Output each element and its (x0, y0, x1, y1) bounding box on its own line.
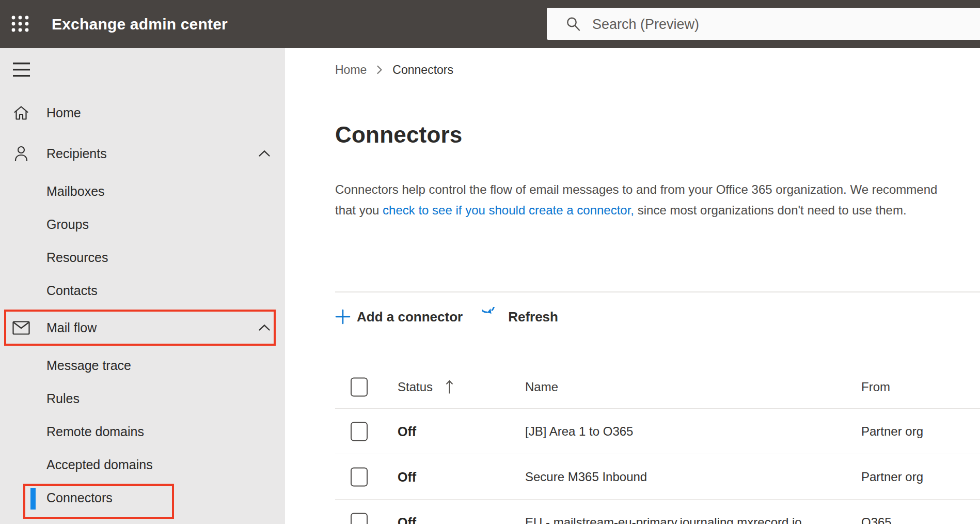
sidebar-item-mail-flow[interactable]: Mail flow (0, 311, 285, 344)
breadcrumb: Home Connectors (335, 59, 453, 80)
chevron-up-icon[interactable] (258, 323, 271, 332)
global-search[interactable] (547, 8, 980, 40)
refresh-icon (482, 307, 502, 327)
create-connector-check-link[interactable]: check to see if you should create a conn… (383, 203, 634, 217)
select-all-checkbox[interactable] (351, 377, 368, 396)
connector-name[interactable]: Secure M365 Inbound (525, 470, 647, 484)
status-value: Off (398, 515, 416, 524)
from-value: Partner org (861, 424, 923, 439)
top-bar: Exchange admin center (0, 0, 980, 48)
sidebar-item-home[interactable]: Home (0, 96, 285, 129)
sidebar-item-groups[interactable]: Groups (0, 208, 285, 241)
main-content: Home Connectors Connectors Connectors he… (285, 48, 980, 524)
column-header-status[interactable]: Status (398, 379, 454, 395)
table-header-row: Status Name From (335, 365, 980, 409)
column-header-from[interactable]: From (861, 380, 890, 394)
row-checkbox[interactable] (351, 513, 368, 524)
waffle-icon (10, 14, 30, 34)
connector-name[interactable]: [JB] Area 1 to O365 (525, 424, 633, 439)
status-value: Off (398, 469, 416, 484)
sidebar-item-resources[interactable]: Resources (0, 241, 285, 274)
sidebar-item-rules[interactable]: Rules (0, 382, 285, 415)
nav-collapse-button[interactable] (13, 62, 30, 79)
connector-name[interactable]: EU - mailstream-eu-primary.journaling.mx… (525, 515, 802, 524)
refresh-button[interactable]: Refresh (482, 307, 558, 327)
table-row[interactable]: Off Secure M365 Inbound Partner org (335, 454, 980, 500)
person-icon (12, 145, 30, 162)
sidebar-item-remote-domains[interactable]: Remote domains (0, 415, 285, 448)
description-text: since most organizations don't need to u… (634, 203, 907, 217)
app-title: Exchange admin center (52, 0, 228, 48)
status-value: Off (398, 424, 416, 439)
sidebar-item-mailboxes[interactable]: Mailboxes (0, 175, 285, 208)
sidebar-item-contacts[interactable]: Contacts (0, 274, 285, 307)
page-description: Connectors help control the flow of emai… (335, 179, 957, 221)
breadcrumb-current: Connectors (392, 63, 453, 77)
sidebar-item-recipients[interactable]: Recipients (0, 137, 285, 170)
chevron-up-icon[interactable] (258, 149, 271, 158)
column-header-name[interactable]: Name (525, 380, 558, 394)
home-icon (12, 104, 30, 121)
sidebar-item-message-trace[interactable]: Message trace (0, 349, 285, 382)
table-row[interactable]: Off EU - mailstream-eu-primary.journalin… (335, 500, 980, 524)
mail-icon (12, 321, 30, 335)
sort-ascending-icon (445, 379, 454, 395)
from-value: O365 (861, 515, 892, 524)
sidebar-item-connectors[interactable]: Connectors (0, 481, 285, 514)
row-checkbox[interactable] (351, 422, 368, 441)
from-value: Partner org (861, 470, 923, 484)
command-bar: Add a connector Refresh (335, 304, 558, 330)
section-divider (335, 291, 980, 292)
hamburger-icon (13, 62, 30, 77)
chevron-right-icon (376, 64, 383, 75)
sidebar-item-accepted-domains[interactable]: Accepted domains (0, 448, 285, 481)
plus-icon (335, 309, 351, 325)
page-title: Connectors (335, 122, 462, 148)
row-checkbox[interactable] (351, 467, 368, 486)
search-input[interactable] (591, 8, 975, 41)
left-navigation: Home Recipients Mailboxes Groups Reso (0, 48, 285, 524)
connectors-table: Status Name From Off (335, 365, 980, 524)
search-icon (565, 16, 581, 32)
exchange-admin-center-window: Exchange admin center Home (0, 0, 980, 524)
breadcrumb-home-link[interactable]: Home (335, 63, 367, 77)
selected-item-indicator (30, 488, 36, 510)
table-row[interactable]: Off [JB] Area 1 to O365 Partner org (335, 409, 980, 454)
app-launcher-waffle-icon[interactable] (10, 14, 30, 34)
add-connector-button[interactable]: Add a connector (335, 309, 463, 325)
